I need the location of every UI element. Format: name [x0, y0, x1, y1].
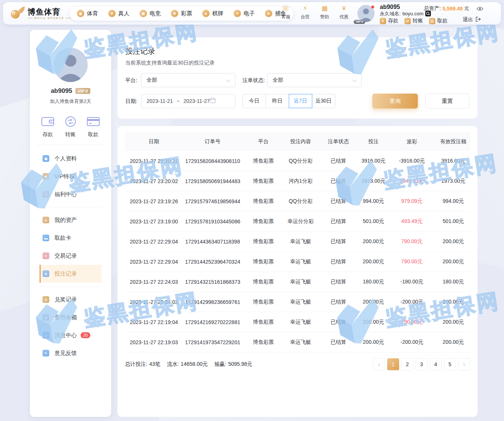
header-action-1[interactable]: ⇄转账: [404, 18, 423, 24]
cell-bet: 200.00元: [360, 258, 387, 265]
pagination-page-5[interactable]: 5: [444, 358, 456, 370]
cell-platform: 博鱼彩票: [242, 258, 284, 265]
nav-item-4[interactable]: ♠棋牌: [202, 10, 223, 17]
table-row: 2023-11-27 23:20:311729158208443908110博鱼…: [125, 151, 470, 171]
pagination-next-button[interactable]: ›: [458, 358, 470, 370]
sidebar-item-11[interactable]: ◍消息中心20: [40, 326, 101, 344]
sidebar-item-5[interactable]: ▬取款卡: [40, 229, 101, 247]
cell-bet: 501.00元: [360, 218, 387, 225]
cell-valid: 501.00元: [436, 218, 470, 225]
cell-content: 幸运飞艇: [284, 319, 317, 326]
date-range-input[interactable]: 2023-11-21 ~ 2023-11-27: [141, 94, 235, 108]
cell-status: 已结算: [317, 198, 360, 205]
brand-logo[interactable]: 博鱼体育 BOYU SPORTS: [9, 5, 71, 22]
quick-link-1[interactable]: ⚡合营: [299, 5, 311, 20]
cell-platform: 博鱼彩票: [242, 238, 284, 245]
header-action-2[interactable]: ▤取款: [429, 18, 448, 24]
calendar-icon: [210, 97, 216, 105]
status-select[interactable]: 全部: [267, 73, 361, 87]
sidebar-item-4[interactable]: ●我的资产: [40, 211, 101, 229]
range-button-1[interactable]: 昨日: [266, 94, 289, 108]
main-nav: ◉体育♥真人▣电竞❖彩票♠棋牌✦电子➤捕鱼: [69, 6, 294, 21]
platform-label: 平台:: [125, 73, 137, 87]
chevron-down-icon: [352, 78, 356, 82]
cell-order: 1729144252396470324: [183, 259, 242, 265]
query-button[interactable]: 查询: [372, 94, 418, 109]
nav-item-label: 真人: [118, 10, 129, 17]
cell-platform: 博鱼彩票: [242, 218, 284, 225]
pagination-page-2[interactable]: 2: [401, 358, 413, 370]
sidebar-quick-1[interactable]: 转账: [64, 113, 77, 138]
fish-logo-icon: [9, 5, 25, 22]
quick-link-label: 优惠: [339, 14, 348, 20]
sidebar-item-9[interactable]: ◎兑奖记录: [40, 290, 101, 308]
header-action-0[interactable]: ¥存款: [380, 18, 398, 24]
quick-link-0[interactable]: ☏客服: [280, 5, 292, 20]
cell-order: 1729142169270222881: [183, 319, 242, 325]
sidebar-item-0[interactable]: ▣个人资料: [40, 150, 101, 167]
sidebar-username: ab9095: [51, 87, 72, 95]
quick-link-label: 合营: [301, 14, 310, 20]
divider: [40, 207, 101, 207]
cell-bet: 180.00元: [360, 279, 387, 285]
vip-privilege-icon: ◆: [43, 173, 49, 180]
sidebar-item-1[interactable]: ◆VIP特权: [40, 167, 101, 185]
withdraw-icon: ▤: [429, 18, 435, 24]
sidebar-quick-2[interactable]: 取款: [87, 113, 100, 138]
sidebar-item-6[interactable]: ≡交易记录: [40, 247, 101, 265]
sidebar-item-2[interactable]: ▧福利中心: [40, 185, 101, 203]
pagination-prev-button[interactable]: ‹: [373, 358, 385, 370]
range-button-0[interactable]: 今日: [242, 94, 266, 108]
pagination-page-4[interactable]: 4: [430, 358, 442, 370]
platform-select[interactable]: 全部: [141, 73, 235, 87]
cell-order: 1729158050691944483: [183, 178, 242, 184]
cell-platform: 博鱼彩票: [242, 198, 284, 205]
nav-item-3[interactable]: ❖彩票: [171, 10, 192, 17]
bankcard-icon: [87, 116, 100, 129]
status-label: 注单状态:: [242, 73, 265, 87]
cell-status: 已结算: [317, 238, 360, 245]
bet-records-icon: ≣: [43, 270, 49, 277]
divider: [36, 145, 105, 145]
sidebar-item-10[interactable]: ◉金币余额: [40, 308, 101, 326]
logout-icon: [475, 16, 481, 23]
cell-bet: 200.00元: [360, 319, 387, 326]
cell-valid: 200.00元: [436, 299, 470, 305]
eye-icon[interactable]: [473, 6, 483, 11]
reset-button[interactable]: 重置: [425, 94, 469, 109]
sidebar-item-12[interactable]: ✎意见反馈: [40, 344, 101, 362]
sidebar-avatar[interactable]: [53, 48, 88, 82]
sidebar-item-7[interactable]: ≣投注记录: [40, 265, 101, 283]
cell-bet: 1973.00元: [360, 178, 387, 185]
range-button-3[interactable]: 近30日: [312, 94, 335, 108]
wallet-icon: [41, 116, 54, 129]
pagination-page-1[interactable]: 1: [387, 358, 399, 370]
sidebar-quick-label: 转账: [65, 131, 76, 138]
cell-valid: 1973.00元: [436, 178, 470, 185]
slots-icon: ✦: [234, 10, 241, 17]
cell-content: 幸运飞艇: [284, 279, 317, 285]
quick-link-3[interactable]: ¥优惠: [338, 5, 350, 20]
filter-panel: 投注记录 当前系统支持查询最近30日的投注记录 平台: 全部 注单状态: 全部 …: [118, 37, 478, 119]
logout-button[interactable]: 退出: [463, 16, 481, 23]
table-body: 2023-11-27 23:20:311729158208443908110博鱼…: [125, 151, 470, 352]
header-avatar[interactable]: VIP 0: [357, 5, 375, 22]
sidebar-quick-0[interactable]: 存款: [41, 113, 54, 138]
cell-payout: -180.00元: [387, 279, 436, 285]
header-action-label: 转账: [413, 18, 423, 24]
bet-records-panel: 日期订单号平台投注内容注单状态投注派彩有效投注额 2023-11-27 23:2…: [118, 126, 478, 417]
nav-item-2[interactable]: ▣电竞: [140, 10, 161, 17]
nav-item-0[interactable]: ◉体育: [77, 10, 98, 17]
column-header: 有效投注额: [436, 138, 470, 145]
total-assets: 总资产: 5,599.48 元: [424, 5, 483, 12]
pagination-page-3[interactable]: 3: [416, 358, 428, 370]
quick-link-2[interactable]: ▦赞助: [319, 5, 331, 20]
range-button-2[interactable]: 近7日: [289, 94, 312, 108]
nav-item-1[interactable]: ♥真人: [108, 10, 129, 17]
nav-item-5[interactable]: ✦电子: [234, 10, 255, 17]
quick-link-label: 赞助: [320, 14, 329, 20]
domain-label: 永久域名:: [380, 10, 401, 17]
cell-payout: 979.09元: [387, 198, 436, 205]
cell-order: 1729141973547229201: [183, 339, 242, 345]
transactions-icon: ≡: [43, 252, 49, 259]
